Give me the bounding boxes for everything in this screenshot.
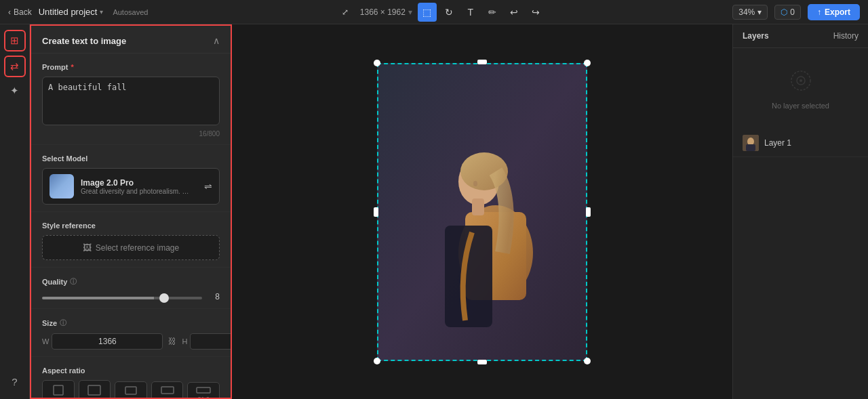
svg-point-15: [800, 79, 802, 82]
sidebar-btn-effects[interactable]: ✦: [4, 80, 26, 102]
size-label: Size ⓘ: [42, 318, 220, 328]
back-arrow-icon: ‹: [8, 7, 11, 17]
main-layout: ⊞ ⇄ ✦ ? Create text to image ∧ Prompt * …: [0, 24, 868, 399]
back-label: Back: [14, 7, 32, 17]
aspect-label: Aspect ratio: [42, 366, 220, 375]
zoom-button[interactable]: 34% ▾: [732, 5, 768, 20]
quality-slider[interactable]: [42, 297, 202, 299]
canvas-content: [377, 63, 587, 361]
topbar-center: ⤢ 1366 × 1962 ▾ ⬚ ↻ T ✏ ↩ ↪: [336, 3, 545, 22]
handle-bottom-left[interactable]: [374, 358, 380, 364]
sidebar-btn-transform[interactable]: ⇄: [4, 56, 26, 77]
redo-tool-btn[interactable]: ↪: [526, 3, 545, 22]
zoom-level: 34%: [738, 7, 755, 17]
model-settings-icon[interactable]: ⇌: [204, 181, 212, 192]
image-icon: 🖼: [83, 243, 92, 253]
canvas-area[interactable]: [232, 24, 732, 399]
panel-close-btn[interactable]: ∧: [213, 35, 220, 46]
model-thumbnail: [50, 174, 74, 198]
size-section: Size ⓘ W ⛓ H: [31, 309, 231, 357]
handle-middle-left[interactable]: [374, 207, 378, 217]
handle-top-left[interactable]: [374, 60, 380, 66]
export-arrow-icon: ↑: [817, 7, 821, 17]
aspect-btn-1-1[interactable]: 1:1: [42, 380, 75, 399]
model-selector[interactable]: Image 2.0 Pro Great diversity and photor…: [42, 168, 220, 205]
text-tool-btn[interactable]: T: [461, 3, 480, 22]
quality-value: 8: [209, 292, 220, 301]
project-title-wrap[interactable]: Untitled project ▾: [39, 7, 104, 17]
handle-bottom-right[interactable]: [584, 358, 591, 364]
model-section: Select Model Image 2.0 Pro Great diversi…: [31, 145, 231, 212]
aspect-ratio-section: Aspect ratio 1:1 4:3 3:2 16:9: [31, 357, 231, 399]
model-thumb-image: [50, 174, 74, 198]
model-desc: Great diversity and photorealism. Of...: [81, 188, 189, 195]
size-row: W ⛓ H: [42, 333, 220, 350]
layers-empty: No layer selected: [733, 48, 868, 129]
export-label: Export: [825, 7, 850, 17]
back-button[interactable]: ‹ Back: [8, 7, 32, 17]
height-input[interactable]: [190, 333, 232, 350]
credits-icon: ⬡: [781, 7, 787, 17]
history-link[interactable]: History: [833, 31, 859, 41]
aspect-btn-16-9[interactable]: 16:9: [151, 381, 184, 399]
canvas-size: 1366 × 1962 ▾: [360, 7, 412, 17]
style-ref-button[interactable]: 🖼 Select reference image: [42, 235, 220, 260]
aspect-icon-3-2: [125, 386, 137, 395]
handle-top-center[interactable]: [477, 60, 487, 64]
sidebar-btn-frame[interactable]: ⊞: [4, 30, 26, 51]
width-input[interactable]: [52, 333, 163, 350]
svg-rect-3: [161, 387, 174, 394]
layer-1-thumbnail: [743, 135, 759, 151]
credits-button[interactable]: ⬡ 0: [774, 5, 801, 20]
undo-tool-btn[interactable]: ↩: [505, 3, 524, 22]
no-layer-icon: [789, 68, 813, 93]
layers-title: Layers: [743, 31, 769, 41]
layers-empty-icon: [789, 68, 813, 98]
canvas-size-expand-icon[interactable]: ⤢: [336, 3, 355, 22]
aspect-btn-21-9[interactable]: 21:9: [187, 382, 220, 399]
style-ref-section: Style reference 🖼 Select reference image: [31, 212, 231, 268]
aspect-icon-1-1: [53, 385, 64, 396]
canvas-size-label: 1366 × 1962: [360, 7, 406, 17]
aspect-btn-4-3[interactable]: 4:3: [79, 380, 111, 399]
sidebar-btn-help[interactable]: ?: [4, 371, 26, 392]
pen-tool-btn[interactable]: ✏: [483, 3, 502, 22]
project-title: Untitled project: [39, 7, 98, 17]
left-panel: Create text to image ∧ Prompt * 16/800 S…: [30, 24, 232, 399]
handle-bottom-center[interactable]: [477, 360, 487, 364]
export-button[interactable]: ↑ Export: [808, 4, 860, 20]
rotate-tool-btn[interactable]: ↻: [439, 3, 458, 22]
style-ref-label: Style reference: [42, 222, 220, 230]
quality-section: Quality ⓘ 8: [31, 268, 231, 309]
prompt-input[interactable]: [42, 77, 220, 125]
size-info-icon: ⓘ: [60, 318, 66, 328]
model-info: Image 2.0 Pro Great diversity and photor…: [81, 178, 197, 195]
quality-label: Quality ⓘ: [42, 277, 220, 287]
handle-top-right[interactable]: [584, 60, 591, 66]
layer-item-1[interactable]: Layer 1: [733, 129, 868, 157]
panel-header: Create text to image ∧: [31, 26, 231, 54]
select-tool-btn[interactable]: ⬚: [418, 3, 437, 22]
prompt-label: Prompt *: [42, 63, 220, 71]
autosaved-label: Autosaved: [113, 8, 148, 16]
aspect-icon-4-3: [87, 385, 101, 396]
char-count: 16/800: [42, 130, 220, 138]
handle-middle-right[interactable]: [586, 207, 591, 217]
canvas-size-chevron-icon: ▾: [408, 7, 412, 17]
icon-sidebar: ⊞ ⇄ ✦ ?: [0, 24, 30, 399]
aspect-label-21-9: 21:9: [197, 396, 210, 399]
topbar-right: 34% ▾ ⬡ 0 ↑ Export: [732, 4, 860, 20]
quality-slider-wrap: [42, 292, 202, 301]
width-input-wrap: W: [42, 333, 163, 350]
prompt-section: Prompt * 16/800: [31, 54, 231, 145]
chevron-down-icon: ▾: [100, 8, 103, 16]
aspect-label-3-2: 3:2: [127, 397, 136, 400]
topbar-left: ‹ Back Untitled project ▾ Autosaved: [8, 7, 148, 17]
svg-rect-18: [746, 144, 755, 151]
height-input-wrap: H: [182, 333, 232, 350]
person-svg: [377, 63, 587, 361]
aspect-btn-3-2[interactable]: 3:2: [115, 381, 147, 400]
panel-title: Create text to image: [42, 36, 126, 46]
aspect-icon-16-9: [161, 386, 174, 394]
link-icon[interactable]: ⛓: [168, 337, 176, 346]
